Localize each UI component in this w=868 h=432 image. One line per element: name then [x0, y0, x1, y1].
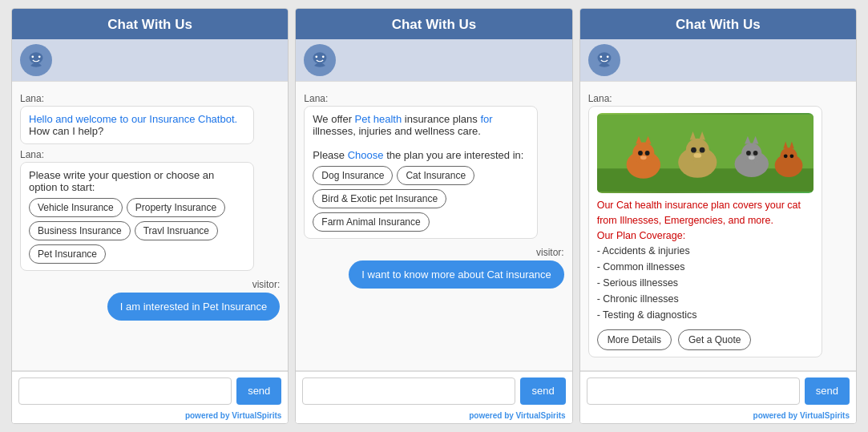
powered-text-3: powered by — [753, 411, 800, 420]
visitor-section-2: visitor: I want to know more about Cat i… — [304, 247, 563, 289]
chat-input-1[interactable] — [18, 377, 232, 405]
chat-title-1: Chat With Us — [107, 17, 192, 32]
option-business[interactable]: Business Insurance — [29, 221, 131, 240]
sender-label-2a: Lana: — [304, 93, 563, 104]
svg-point-2 — [38, 55, 41, 58]
bot-bubble-2a: We offer Pet health insurance plans for … — [304, 106, 538, 239]
action-buttons-3: More Details Get a Quote — [597, 329, 813, 350]
option-cat[interactable]: Cat Insurance — [397, 166, 474, 185]
powered-by-1: powered by VirtualSpirits — [12, 410, 288, 423]
chat-icon-1 — [25, 49, 47, 71]
svg-point-22 — [691, 147, 696, 153]
chat-input-2[interactable] — [302, 377, 515, 405]
visitor-section-1: visitor: I am interested in Pet Insuranc… — [20, 279, 280, 321]
chat-header-3: Chat With Us — [580, 9, 856, 39]
brand-3: VirtualSpirits — [800, 411, 850, 420]
svg-point-1 — [31, 55, 34, 58]
cat-info-text: Our Cat health insurance plan covers you… — [597, 198, 813, 243]
option-pet[interactable]: Pet Insurance — [29, 244, 106, 264]
chat-widget-2: Chat With Us Lana: We offer Pet health i… — [295, 8, 572, 424]
visitor-label-1: visitor: — [252, 279, 281, 290]
bubble-text-1a: Hello and welcome to our Insurance Chatb… — [29, 113, 237, 125]
bot-bubble-3: Our Cat health insurance plan covers you… — [588, 106, 822, 357]
svg-point-37 — [789, 154, 793, 158]
powered-by-2: powered by VirtualSpirits — [296, 410, 571, 423]
chat-icon-3 — [593, 49, 616, 71]
more-details-button[interactable]: More Details — [597, 329, 672, 350]
svg-point-19 — [686, 139, 709, 162]
send-button-2[interactable]: send — [520, 377, 565, 405]
svg-point-24 — [693, 153, 701, 158]
chat-widget-3: Chat With Us Lana: — [579, 8, 857, 424]
chat-title-3: Chat With Us — [676, 17, 761, 32]
get-quote-button[interactable]: Get a Quote — [678, 329, 751, 350]
highlight-for: for — [480, 113, 492, 125]
option-vehicle[interactable]: Vehicle Insurance — [29, 198, 123, 217]
svg-point-29 — [746, 151, 751, 155]
option-bird[interactable]: Bird & Exotic pet Insurance — [313, 189, 446, 208]
avatar-area-3 — [580, 39, 856, 81]
svg-point-5 — [322, 55, 325, 58]
option-buttons-2: Dog Insurance Cat Insurance Bird & Exoti… — [313, 166, 529, 232]
avatar-1 — [20, 44, 52, 76]
bot-text-1b: Please write your question or choose an … — [29, 169, 214, 193]
option-buttons-1: Vehicle Insurance Property Insurance Bus… — [29, 198, 245, 264]
input-area-2: send — [296, 371, 571, 410]
chat-icon-2 — [309, 49, 331, 71]
option-farm[interactable]: Farm Animal Insurance — [313, 212, 429, 232]
sender-label-1b: Lana: — [20, 149, 280, 160]
svg-point-16 — [644, 151, 649, 155]
avatar-area-2 — [296, 39, 571, 81]
sender-label-1a: Lana: — [20, 93, 280, 104]
svg-point-12 — [632, 143, 654, 164]
svg-point-7 — [600, 55, 602, 58]
option-travel[interactable]: Travl Insruance — [135, 221, 218, 240]
avatar-area-1 — [12, 39, 288, 81]
avatar-2 — [304, 44, 336, 76]
visitor-label-2: visitor: — [536, 247, 564, 258]
chat-input-3[interactable] — [587, 377, 800, 405]
svg-point-15 — [638, 151, 643, 155]
visitor-bubble-1: I am interested in Pet Insurance — [107, 293, 281, 321]
visitor-bubble-2: I want to know more about Cat insurance — [349, 260, 563, 289]
chat-widget-1: Chat With Us Lana: Hello and welcome to … — [11, 8, 289, 424]
chat-header-2: Chat With Us — [296, 9, 571, 39]
powered-text-2: powered by — [469, 411, 515, 420]
input-area-3: send — [580, 371, 856, 410]
option-property[interactable]: Property Insurance — [127, 198, 225, 217]
svg-point-36 — [783, 154, 787, 158]
coverage-list: - Accidents & injuries - Common illnesse… — [597, 243, 813, 323]
option-dog[interactable]: Dog Insurance — [313, 166, 393, 185]
chat-messages-3: Lana: — [580, 81, 856, 371]
chat-messages-1: Lana: Hello and welcome to our Insurance… — [12, 81, 288, 371]
svg-point-8 — [606, 55, 608, 58]
svg-point-4 — [316, 55, 318, 58]
bot-bubble-1b: Please write your question or choose an … — [20, 162, 254, 271]
sender-label-3: Lana: — [588, 93, 848, 104]
bot-bubble-1a: Hello and welcome to our Insurance Chatb… — [20, 106, 254, 144]
svg-point-17 — [640, 155, 647, 159]
chat-messages-2: Lana: We offer Pet health insurance plan… — [296, 81, 571, 371]
svg-point-30 — [753, 151, 757, 155]
input-area-1: send — [12, 371, 288, 410]
chat-header-1: Chat With Us — [12, 9, 288, 39]
brand-2: VirtualSpirits — [516, 411, 566, 420]
svg-point-31 — [749, 155, 755, 159]
powered-text-1: powered by — [185, 411, 232, 420]
highlight-pet: Pet health — [355, 113, 402, 125]
cat-image — [597, 113, 813, 193]
brand-1: VirtualSpirits — [232, 411, 281, 420]
svg-point-26 — [741, 143, 761, 163]
chat-title-2: Chat With Us — [392, 17, 477, 32]
svg-point-23 — [699, 147, 704, 153]
send-button-3[interactable]: send — [805, 377, 850, 405]
send-button-1[interactable]: send — [236, 377, 281, 405]
highlight-choose: Choose — [348, 149, 384, 161]
svg-point-33 — [774, 154, 802, 177]
avatar-3 — [588, 44, 620, 76]
powered-by-3: powered by VirtualSpirits — [580, 410, 856, 423]
